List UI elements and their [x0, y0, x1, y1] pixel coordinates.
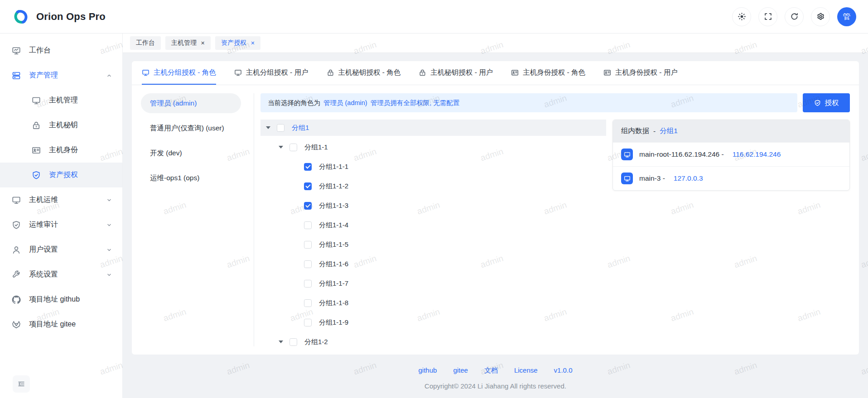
checkbox-checked[interactable]: [304, 182, 312, 190]
tree-row[interactable]: 分组1-1: [260, 139, 606, 155]
caret-down-icon[interactable]: [279, 146, 283, 149]
footer-link-github[interactable]: github: [419, 366, 437, 375]
settings-button[interactable]: [811, 7, 830, 26]
checkbox[interactable]: [277, 124, 285, 132]
tree-node-label[interactable]: 分组1-2: [304, 338, 328, 346]
close-icon[interactable]: ✕: [251, 41, 255, 46]
host-row[interactable]: main-root-116.62.194.246 - 116.62.194.24…: [613, 142, 849, 166]
sun-icon: [738, 12, 746, 21]
alert-role-link[interactable]: 管理员 (admin): [323, 99, 367, 107]
tab-label: 主机分组授权 - 用户: [246, 68, 309, 77]
tab-host-identity-user[interactable]: 主机身份授权 - 用户: [603, 61, 678, 85]
user-avatar[interactable]: 管: [837, 7, 856, 26]
checkbox[interactable]: [289, 338, 297, 346]
user-icon: [12, 245, 21, 254]
tab-host-group-role[interactable]: 主机分组授权 - 角色: [142, 61, 216, 85]
sidebar-item-gitee-link[interactable]: 项目地址 gitee: [0, 312, 122, 337]
footer-link-docs[interactable]: 文档: [484, 366, 498, 375]
host-monitor-icon: [621, 173, 633, 184]
tree-node-label[interactable]: 分组1: [292, 124, 309, 132]
sidebar-item-host-management[interactable]: 主机管理: [0, 88, 122, 113]
sidebar-item-asset-management[interactable]: 资产管理: [0, 63, 122, 88]
id-card-icon: [32, 146, 41, 155]
tab-host-identity-role[interactable]: 主机身份授权 - 角色: [511, 61, 585, 85]
nav-chip-workbench[interactable]: 工作台: [130, 36, 161, 50]
tree-node-label[interactable]: 分组1-1-8: [319, 299, 348, 307]
footer-link-gitee[interactable]: gitee: [453, 366, 468, 375]
tree-node-label[interactable]: 分组1-1: [304, 143, 328, 152]
tab-host-key-role[interactable]: 主机秘钥授权 - 角色: [327, 61, 401, 85]
nav-chip-host-management[interactable]: 主机管理 ✕: [165, 36, 211, 50]
role-item-user[interactable]: 普通用户(仅查询) (user): [141, 118, 241, 138]
sidebar-collapse-button[interactable]: [13, 375, 30, 393]
tree-node-label[interactable]: 分组1-1-9: [319, 318, 348, 327]
fullscreen-button[interactable]: [758, 7, 777, 26]
checkbox[interactable]: [304, 280, 312, 288]
sidebar-item-label: 用户设置: [29, 245, 58, 254]
host-monitor-icon: [621, 149, 633, 160]
tree-row[interactable]: 分组1-1-9: [260, 314, 606, 331]
group-tree: 分组1 分组1-1 分组1-1-1: [260, 120, 606, 346]
sidebar-item-user-settings[interactable]: 用户设置: [0, 237, 122, 262]
sidebar-item-github-link[interactable]: 项目地址 github: [0, 287, 122, 312]
tree-row[interactable]: 分组1-1-1: [260, 158, 606, 175]
sidebar-item-host-identity[interactable]: 主机身份: [0, 138, 122, 163]
footer-link-version[interactable]: v1.0.0: [554, 366, 573, 375]
tree-row[interactable]: 分组1-1-6: [260, 256, 606, 272]
checkbox[interactable]: [304, 241, 312, 249]
tree-row[interactable]: 分组1: [260, 120, 606, 136]
sidebar-item-label: 资产授权: [49, 170, 78, 180]
tree-node-label[interactable]: 分组1-1-4: [319, 221, 348, 230]
tree-node-label[interactable]: 分组1-1-7: [319, 279, 348, 288]
tree-node-label[interactable]: 分组1-1-5: [319, 240, 348, 249]
host-ip[interactable]: 127.0.0.3: [674, 174, 703, 182]
role-info-alert: 当前选择的角色为 管理员 (admin) 管理员拥有全部权限, 无需配置: [260, 93, 797, 112]
tree-node-label[interactable]: 分组1-1-3: [319, 201, 348, 210]
tree-row[interactable]: 分组1-2: [260, 334, 606, 346]
tree-node-label[interactable]: 分组1-1-1: [319, 163, 348, 171]
sidebar-item-workbench[interactable]: 工作台: [0, 38, 122, 63]
checkbox[interactable]: [304, 319, 312, 326]
tree-row[interactable]: 分组1-1-2: [260, 178, 606, 194]
role-item-ops[interactable]: 运维-ops1 (ops): [141, 168, 241, 188]
checkbox[interactable]: [289, 144, 297, 151]
role-item-admin[interactable]: 管理员 (admin): [141, 93, 241, 113]
checkbox[interactable]: [304, 299, 312, 307]
tree-row[interactable]: 分组1-1-7: [260, 275, 606, 292]
tree-node-label[interactable]: 分组1-1-2: [319, 182, 348, 191]
panel-group-link[interactable]: 分组1: [660, 126, 678, 136]
caret-down-icon[interactable]: [279, 340, 283, 343]
refresh-button[interactable]: [785, 7, 804, 26]
tab-host-group-user[interactable]: 主机分组授权 - 用户: [234, 61, 309, 85]
footer-link-license[interactable]: License: [514, 366, 538, 375]
sidebar-item-system-settings[interactable]: 系统设置: [0, 262, 122, 287]
chevron-down-icon: [106, 272, 112, 278]
app-logo-icon: [12, 8, 30, 26]
checkbox[interactable]: [304, 221, 312, 229]
tree-row[interactable]: 分组1-1-5: [260, 236, 606, 253]
tree-row[interactable]: 分组1-1-8: [260, 295, 606, 311]
sidebar-item-host-keys[interactable]: 主机秘钥: [0, 113, 122, 138]
monitor-icon: [32, 96, 41, 105]
close-icon[interactable]: ✕: [201, 41, 205, 46]
tab-host-key-user[interactable]: 主机秘钥授权 - 用户: [419, 61, 493, 85]
theme-toggle-button[interactable]: [732, 7, 751, 26]
host-row[interactable]: main-3 - 127.0.0.3: [613, 166, 849, 190]
tree-node-label[interactable]: 分组1-1-6: [319, 260, 348, 269]
host-ip[interactable]: 116.62.194.246: [733, 150, 781, 158]
sidebar-item-asset-authorization[interactable]: 资产授权: [0, 163, 122, 187]
tree-row[interactable]: 分组1-1-4: [260, 217, 606, 233]
role-item-dev[interactable]: 开发 (dev): [141, 143, 241, 163]
nav-chip-asset-authorization[interactable]: 资产授权 ✕: [215, 36, 260, 50]
group-data-panel-header: 组内数据 - 分组1: [613, 120, 849, 142]
caret-down-icon[interactable]: [266, 126, 270, 129]
tree-row[interactable]: 分组1-1-3: [260, 197, 606, 214]
github-icon: [12, 295, 21, 304]
sidebar-item-host-ops[interactable]: 主机运维: [0, 187, 122, 212]
checkbox-checked[interactable]: [304, 163, 312, 171]
checkbox-checked[interactable]: [304, 202, 312, 210]
gitee-icon: [12, 320, 21, 329]
authorize-button[interactable]: 授权: [803, 93, 850, 112]
checkbox[interactable]: [304, 260, 312, 268]
sidebar-item-ops-audit[interactable]: 运维审计: [0, 212, 122, 237]
